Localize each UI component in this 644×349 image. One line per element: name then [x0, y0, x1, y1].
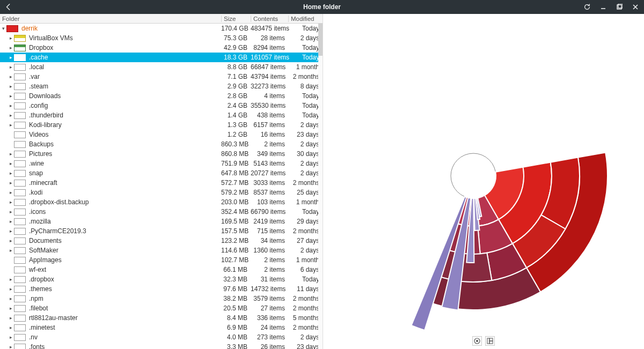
folder-modified: 2 days [288, 333, 323, 341]
sunburst-chart[interactable] [323, 14, 644, 349]
column-folder-header[interactable]: Folder [0, 16, 221, 22]
tree-row[interactable]: ▸.config2.4 GB35530 itemsToday [0, 101, 323, 110]
tree-row[interactable]: ▸rtl8812au-master8.4 MB336 items5 months [0, 313, 323, 323]
minimize-button[interactable] [598, 2, 609, 12]
expander-icon[interactable]: ▸ [8, 84, 14, 89]
folder-name: .filebot [29, 305, 221, 312]
treemap-view-button[interactable] [485, 336, 495, 346]
tree-row[interactable]: ▸.icons352.4 MB66790 itemsToday [0, 207, 323, 217]
svg-rect-1 [617, 5, 621, 9]
maximize-button[interactable] [614, 2, 625, 12]
folder-modified: Today [288, 208, 323, 216]
tree-row[interactable]: ▾derrik170.4 GB483475 itemsToday [0, 24, 323, 33]
tree-row[interactable]: ▸.thunderbird1.4 GB438 itemsToday [0, 110, 323, 120]
column-modified-header[interactable]: Modified [288, 16, 323, 22]
expander-icon[interactable]: ▸ [8, 180, 14, 185]
ring-view-button[interactable] [472, 336, 482, 346]
tree-row[interactable]: ▸.npm38.2 MB3579 items2 months [0, 294, 323, 303]
usage-swatch [14, 102, 26, 109]
scrollbar-thumb[interactable] [318, 24, 323, 56]
expander-icon[interactable]: ▸ [8, 228, 14, 234]
usage-swatch [14, 324, 26, 331]
titlebar: Home folder [0, 0, 644, 14]
tree-row[interactable]: ▸.minecraft572.7 MB3033 items2 months [0, 178, 323, 188]
close-button[interactable] [630, 2, 641, 12]
tree-row[interactable]: ▸Pictures860.8 MB349 items30 days [0, 149, 323, 159]
expander-icon[interactable]: ▸ [8, 315, 14, 321]
expander-icon[interactable]: ▸ [8, 170, 14, 176]
tree-row[interactable]: ▸.minetest6.9 MB24 items2 months [0, 323, 323, 332]
tree-row[interactable]: ▸.local8.8 GB66847 items1 month [0, 62, 323, 72]
expander-icon[interactable]: ▸ [8, 199, 14, 205]
usage-swatch [14, 209, 26, 216]
tree-scrollbar[interactable] [318, 24, 323, 349]
expander-icon[interactable]: ▸ [8, 277, 14, 282]
expander-icon[interactable]: ▸ [8, 238, 14, 243]
folder-modified: 2 months [288, 179, 323, 187]
folder-size: 860.8 MB [221, 150, 251, 158]
tree-row[interactable]: Videos1.2 GB16 items23 days [0, 130, 323, 139]
usage-swatch [14, 83, 26, 90]
tree-row[interactable]: ▸.mozilla169.5 MB2419 items29 days [0, 217, 323, 226]
expander-icon[interactable]: ▸ [8, 344, 14, 349]
expander-icon[interactable]: ▸ [8, 306, 14, 311]
tree-row[interactable]: ▸SoftMaker114.6 MB1360 items2 days [0, 246, 323, 255]
tree-row[interactable]: ▸.filebot20.5 MB27 items2 months [0, 303, 323, 313]
tree-row[interactable]: ▸.kodi579.2 MB8537 items25 days [0, 188, 323, 197]
expander-icon[interactable]: ▸ [8, 151, 14, 157]
folder-contents: 66790 items [251, 208, 288, 216]
folder-contents: 8294 items [251, 44, 288, 51]
tree-row[interactable]: wf-ext66.1 MB2 items6 days [0, 265, 323, 274]
column-contents-header[interactable]: Contents [251, 16, 288, 22]
expander-icon[interactable]: ▸ [8, 296, 14, 301]
usage-swatch [14, 334, 26, 341]
folder-contents: 349 items [251, 150, 288, 158]
expander-icon[interactable]: ▸ [8, 122, 14, 128]
tree-row[interactable]: ▸VirtualBox VMs75.3 GB28 items2 days [0, 33, 323, 43]
folder-size: 20.5 MB [221, 305, 251, 312]
expander-icon[interactable]: ▸ [8, 219, 14, 224]
refresh-button[interactable] [582, 2, 592, 12]
tree-row[interactable]: ▸snap647.8 MB20727 items2 days [0, 168, 323, 178]
tree-row[interactable]: ▸Dropbox42.9 GB8294 itemsToday [0, 43, 323, 53]
column-size-header[interactable]: Size [221, 16, 251, 22]
expander-icon[interactable]: ▸ [8, 74, 14, 79]
tree-row-selected[interactable]: ▸.cache18.3 GB161057 itemsToday [0, 53, 323, 62]
tree-row[interactable]: ▸.PyCharmCE2019.3157.5 MB715 items2 mont… [0, 226, 323, 236]
expander-icon[interactable]: ▸ [8, 335, 14, 340]
folder-contents: 28 items [251, 34, 288, 42]
expander-icon[interactable]: ▸ [8, 286, 14, 292]
expander-icon[interactable]: ▸ [8, 55, 14, 60]
tree-row[interactable]: ▸.var7.1 GB43794 items2 months [0, 72, 323, 81]
tree-row[interactable]: ▸.dropbox-dist.backup203.0 MB103 items1 … [0, 197, 323, 207]
expander-icon[interactable]: ▸ [8, 190, 14, 195]
expander-icon[interactable]: ▸ [8, 248, 14, 253]
tree-row[interactable]: ▸.dropbox32.3 MB31 itemsToday [0, 274, 323, 284]
expander-icon[interactable]: ▸ [8, 93, 14, 99]
tree-row[interactable]: ▸.wine751.9 MB5143 items2 days [0, 159, 323, 168]
expander-icon[interactable]: ▸ [8, 325, 14, 330]
expander-icon[interactable]: ▾ [0, 26, 6, 31]
tree-row[interactable]: ▸.steam2.9 GB32273 items8 days [0, 81, 323, 91]
tree-row[interactable]: ▸Documents123.2 MB34 items27 days [0, 236, 323, 246]
expander-icon[interactable]: ▸ [8, 35, 14, 41]
expander-icon[interactable]: ▸ [8, 209, 14, 214]
tree-row[interactable]: AppImages102.7 MB2 items1 month [0, 255, 323, 265]
folder-modified: 2 months [288, 295, 323, 302]
expander-icon[interactable]: ▸ [8, 161, 14, 166]
tree-row[interactable]: ▸.fonts3.3 MB26 items23 days [0, 342, 323, 349]
expander-icon[interactable]: ▸ [8, 103, 14, 108]
tree-row[interactable]: Backups860.3 MB2 items2 days [0, 139, 323, 149]
usage-swatch [14, 257, 26, 264]
tree-row[interactable]: ▸.themes97.6 MB14732 items11 days [0, 284, 323, 294]
back-button[interactable] [3, 2, 14, 12]
tree-row[interactable]: ▸Kodi-library1.3 GB6157 items2 days [0, 120, 323, 130]
expander-icon[interactable]: ▸ [8, 113, 14, 118]
usage-swatch [14, 295, 26, 302]
tree-row[interactable]: ▸.nv4.0 MB273 items2 days [0, 332, 323, 342]
expander-icon[interactable]: ▸ [8, 64, 14, 70]
tree-row[interactable]: ▸Downloads2.8 GB4 itemsToday [0, 91, 323, 101]
expander-icon[interactable]: ▸ [8, 45, 14, 50]
folder-contents: 336 items [251, 314, 288, 322]
folder-modified: 11 days [288, 285, 323, 293]
